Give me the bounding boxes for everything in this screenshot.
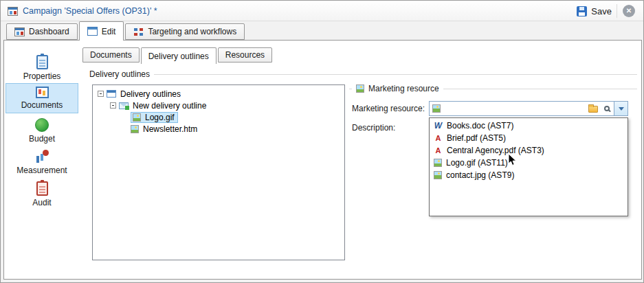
subtab-delivery-outlines[interactable]: Delivery outlines (141, 47, 216, 64)
tree-node-new-delivery-outline[interactable]: New delivery outline (93, 100, 344, 111)
dropdown-item-central-agency-pdf[interactable]: Central Agency.pdf (AST3) (430, 144, 628, 157)
subtab-documents[interactable]: Documents (82, 47, 140, 63)
tab-label: Edit (102, 27, 116, 36)
delivery-outlines-tree: Delivery outlines New delivery outline L… (92, 84, 345, 260)
dropdown-item-label: Books.doc (AST7) (447, 121, 513, 131)
outline-envelope-icon (119, 102, 129, 109)
selected-tree-node[interactable]: Logo.gif (131, 112, 178, 123)
tree-node-delivery-outlines[interactable]: Delivery outlines (93, 88, 344, 100)
save-icon (577, 6, 587, 16)
image-file-icon (434, 159, 442, 167)
edit-content-panel: Properties Documents Budget Measurement … (3, 40, 642, 280)
dropdown-arrow-button[interactable] (614, 102, 628, 115)
dashboard-icon (14, 27, 25, 36)
sidebar-item-budget[interactable]: Budget (5, 115, 78, 147)
titlebar: Campaign 'Special Offers (OP31)' * Save … (1, 1, 643, 21)
image-file-icon (133, 113, 141, 122)
documents-icon (36, 87, 49, 98)
marketing-resource-icon (356, 84, 364, 93)
sidebar-item-label: Audit (32, 198, 51, 207)
subtab-resources[interactable]: Resources (218, 47, 272, 63)
tab-label: Targeting and workflows (148, 27, 236, 36)
folder-icon (588, 106, 598, 113)
delivery-outlines-node-icon (107, 90, 116, 98)
tree-node-label[interactable]: Logo.gif (144, 113, 176, 122)
dropdown-item-label: Logo.gif (AST11) (446, 158, 508, 168)
group-line (443, 89, 637, 89)
campaign-editor-window: Campaign 'Special Offers (OP31)' * Save … (0, 0, 644, 283)
marketing-resource-label: Marketing resource: (352, 104, 425, 113)
dropdown-item-books-doc[interactable]: Books.doc (AST7) (430, 120, 628, 132)
tree-node-logo-gif[interactable]: Logo.gif (93, 111, 344, 123)
group-line-stub (349, 89, 352, 89)
measurement-icon (35, 150, 49, 163)
marketing-resource-combobox[interactable] (429, 101, 628, 116)
delivery-outlines-group-header: Delivery outlines (89, 69, 637, 79)
campaign-icon (8, 7, 18, 16)
collapse-expander-icon[interactable] (98, 91, 104, 97)
tree-node-newsletter-htm[interactable]: Newsletter.htm (93, 123, 344, 135)
word-doc-icon (434, 122, 443, 131)
subtab-label: Delivery outlines (148, 52, 209, 61)
tab-edit[interactable]: Edit (79, 21, 124, 41)
tab-label: Dashboard (29, 27, 69, 36)
sidebar-item-measurement[interactable]: Measurement (5, 146, 78, 179)
tree-node-label[interactable]: New delivery outline (131, 101, 208, 111)
properties-icon (36, 55, 48, 69)
pdf-icon (434, 134, 443, 143)
sidebar-item-label: Documents (21, 100, 63, 110)
chevron-down-icon (619, 107, 624, 111)
group-line (154, 74, 637, 75)
main-tab-bar: Dashboard Edit Targeting and workflows (6, 21, 245, 40)
browse-folder-button[interactable] (586, 102, 600, 115)
description-label: Description: (352, 123, 395, 133)
close-button[interactable]: ✕ (623, 5, 635, 17)
resource-dropdown-list: Books.doc (AST7) Brief.pdf (AST5) Centra… (429, 117, 628, 216)
targeting-icon (133, 27, 144, 36)
tab-targeting-and-workflows[interactable]: Targeting and workflows (125, 23, 245, 40)
group-title: Marketing resource (368, 84, 439, 93)
sidebar-item-audit[interactable]: Audit (5, 178, 78, 211)
image-file-icon (434, 171, 442, 179)
budget-icon (35, 118, 49, 132)
subtab-label: Documents (90, 50, 132, 60)
image-file-icon (131, 125, 139, 133)
dropdown-item-contact-jpg[interactable]: contact.jpg (AST9) (430, 169, 628, 181)
sidebar-item-label: Properties (23, 71, 61, 81)
tab-dashboard[interactable]: Dashboard (6, 23, 78, 40)
dropdown-item-label: Central Agency.pdf (AST3) (447, 146, 544, 155)
selected-resource-icon (432, 104, 441, 113)
audit-icon (36, 181, 48, 196)
dropdown-item-label: contact.jpg (AST9) (446, 170, 514, 180)
tree-node-label[interactable]: Newsletter.htm (142, 124, 199, 134)
search-button[interactable] (600, 102, 614, 115)
edit-icon (87, 27, 98, 36)
pdf-icon (434, 146, 443, 155)
save-label: Save (591, 6, 612, 16)
group-title: Delivery outlines (89, 69, 150, 79)
subtab-label: Resources (225, 50, 265, 60)
dropdown-item-logo-gif[interactable]: Logo.gif (AST11) (430, 157, 628, 169)
tree-node-label[interactable]: Delivery outlines (119, 89, 182, 99)
save-button[interactable]: Save (577, 1, 612, 21)
sidebar-item-properties[interactable]: Properties (5, 52, 78, 84)
documents-sub-tab-bar: Documents Delivery outlines Resources (82, 47, 274, 63)
sidebar-item-documents[interactable]: Documents (5, 83, 78, 113)
collapse-expander-icon[interactable] (110, 102, 116, 109)
titlebar-divider (617, 4, 617, 18)
dropdown-item-label: Brief.pdf (AST5) (447, 133, 506, 143)
sidebar-item-label: Budget (29, 134, 55, 144)
search-icon (604, 106, 610, 111)
mouse-cursor (508, 153, 517, 166)
marketing-resource-group-header: Marketing resource (349, 84, 637, 93)
dropdown-item-brief-pdf[interactable]: Brief.pdf (AST5) (430, 132, 628, 144)
sidebar-item-label: Measurement (16, 166, 67, 175)
window-title: Campaign 'Special Offers (OP31)' * (23, 1, 157, 21)
